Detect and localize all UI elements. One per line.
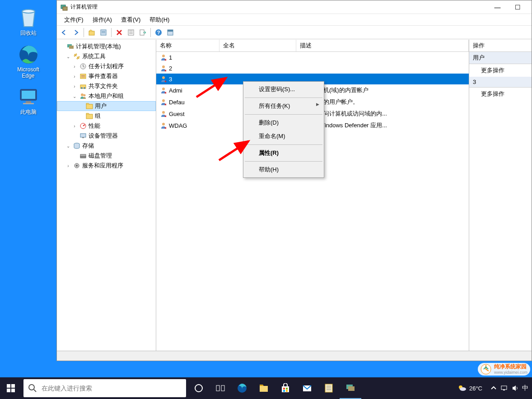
maximize-button[interactable]: ☐ bbox=[508, 1, 528, 14]
tree-task-scheduler[interactable]: ›任务计划程序 bbox=[57, 61, 156, 71]
delete-button[interactable] bbox=[114, 27, 125, 38]
tray-volume-icon[interactable] bbox=[511, 384, 519, 392]
ctx-set-password[interactable]: 设置密码(S)... bbox=[244, 83, 323, 96]
svg-rect-8 bbox=[89, 31, 94, 35]
expand-icon[interactable]: › bbox=[71, 74, 78, 79]
col-fullname[interactable]: 全名 bbox=[219, 40, 296, 51]
svg-point-73 bbox=[460, 387, 466, 391]
tree-panel[interactable]: 计算机管理(本地) ⌄系统工具 ›任务计划程序 ›事件查看器 ›共享文件夹 ⌄本… bbox=[57, 40, 156, 351]
view-button[interactable] bbox=[165, 27, 176, 38]
tree-disk-management[interactable]: 磁盘管理 bbox=[57, 151, 156, 161]
ctx-rename[interactable]: 重命名(M) bbox=[244, 130, 323, 143]
export-button[interactable] bbox=[137, 27, 148, 38]
up-button[interactable] bbox=[86, 27, 97, 38]
collapse-icon[interactable]: ⌄ bbox=[65, 144, 71, 148]
svg-rect-75 bbox=[503, 390, 505, 390]
col-name[interactable]: 名称 bbox=[156, 40, 219, 51]
user-icon bbox=[160, 65, 167, 72]
cell-fullname bbox=[219, 78, 296, 80]
svg-rect-71 bbox=[348, 386, 355, 391]
recycle-bin-icon[interactable]: 回收站 bbox=[11, 7, 45, 37]
ctx-delete[interactable]: 删除(D) bbox=[244, 116, 323, 130]
cortana-button[interactable] bbox=[188, 377, 210, 399]
start-button[interactable] bbox=[0, 377, 22, 399]
svg-point-48 bbox=[162, 123, 165, 125]
performance-icon bbox=[79, 122, 87, 130]
tree-device-manager[interactable]: 设备管理器 bbox=[57, 131, 156, 141]
tree-root[interactable]: 计算机管理(本地) bbox=[57, 42, 156, 51]
svg-point-55 bbox=[195, 385, 202, 392]
tray-network-icon[interactable] bbox=[500, 384, 509, 392]
svg-point-42 bbox=[162, 55, 165, 57]
action-more-users[interactable]: 更多操作 bbox=[469, 64, 532, 77]
menu-view[interactable]: 查看(V) bbox=[117, 14, 145, 25]
this-pc-icon[interactable]: 此电脑 bbox=[11, 86, 45, 116]
weather-widget[interactable]: 26°C bbox=[457, 384, 482, 393]
taskbar-compmgmt[interactable] bbox=[340, 377, 361, 399]
menu-file[interactable]: 文件(F) bbox=[60, 14, 88, 25]
tree-performance[interactable]: ›性能 bbox=[57, 121, 156, 131]
list-row[interactable]: 2 bbox=[156, 63, 469, 74]
back-button[interactable] bbox=[59, 27, 70, 38]
weather-temp: 26°C bbox=[469, 385, 482, 392]
edge-icon[interactable]: Microsoft Edge bbox=[11, 44, 45, 79]
context-menu: 设置密码(S)... 所有任务(K) 删除(D) 重命名(M) 属性(R) 帮助… bbox=[243, 81, 324, 178]
collapse-icon[interactable]: ⌄ bbox=[65, 54, 71, 59]
ctx-help[interactable]: 帮助(H) bbox=[244, 163, 323, 176]
props-button[interactable] bbox=[98, 27, 109, 38]
taskbar-store[interactable] bbox=[275, 377, 296, 399]
svg-rect-68 bbox=[327, 388, 331, 388]
properties-button[interactable] bbox=[126, 27, 136, 38]
svg-rect-60 bbox=[282, 386, 289, 392]
taskbar-mail[interactable] bbox=[296, 377, 318, 399]
expand-icon[interactable]: › bbox=[65, 163, 71, 168]
users-group-icon bbox=[79, 93, 87, 100]
menu-help[interactable]: 帮助(H) bbox=[145, 14, 174, 25]
svg-point-31 bbox=[84, 94, 86, 97]
task-view-button[interactable] bbox=[210, 377, 231, 399]
menu-action[interactable]: 操作(A) bbox=[88, 14, 117, 25]
cell-fullname bbox=[219, 56, 296, 58]
toolbar-sep bbox=[150, 28, 151, 37]
tree-event-viewer[interactable]: ›事件查看器 bbox=[57, 71, 156, 81]
cell-description bbox=[296, 78, 469, 80]
list-header: 名称 全名 描述 bbox=[156, 40, 469, 52]
ctx-all-tasks[interactable]: 所有任务(K) bbox=[244, 99, 323, 113]
svg-point-28 bbox=[81, 87, 83, 89]
svg-rect-10 bbox=[102, 31, 105, 32]
cell-name: Admi bbox=[169, 87, 182, 94]
search-box[interactable] bbox=[23, 379, 186, 397]
ctx-properties[interactable]: 属性(R) bbox=[244, 146, 323, 160]
help-button[interactable]: ? bbox=[153, 27, 164, 38]
ime-indicator[interactable]: 中 bbox=[522, 384, 528, 392]
minimize-button[interactable]: — bbox=[487, 1, 508, 14]
svg-rect-69 bbox=[327, 390, 331, 390]
list-row[interactable]: 1 bbox=[156, 52, 469, 63]
tree-users[interactable]: 用户 bbox=[57, 101, 156, 111]
tree-shared-folders[interactable]: ›共享文件夹 bbox=[57, 81, 156, 91]
forward-button[interactable] bbox=[70, 27, 81, 38]
tree-storage[interactable]: ⌄存储 bbox=[57, 141, 156, 151]
taskbar-explorer[interactable] bbox=[253, 377, 275, 399]
shared-folder-icon bbox=[79, 83, 87, 90]
action-more-item3[interactable]: 更多操作 bbox=[469, 88, 532, 100]
collapse-icon[interactable]: ⌄ bbox=[71, 94, 78, 99]
svg-rect-4 bbox=[26, 101, 31, 103]
gear-icon bbox=[73, 162, 80, 169]
cell-name: Defau bbox=[169, 99, 185, 106]
expand-icon[interactable]: › bbox=[71, 64, 78, 69]
expand-icon[interactable]: › bbox=[71, 124, 78, 129]
expand-icon[interactable]: › bbox=[71, 84, 78, 89]
col-description[interactable]: 描述 bbox=[296, 40, 469, 51]
tray-chevron-up-icon[interactable] bbox=[490, 384, 498, 392]
taskbar-notepad[interactable] bbox=[318, 377, 340, 399]
tree-system-tools[interactable]: ⌄系统工具 bbox=[57, 51, 156, 61]
tree-groups[interactable]: 组 bbox=[57, 111, 156, 121]
tree-local-users[interactable]: ⌄本地用户和组 bbox=[57, 91, 156, 101]
svg-rect-26 bbox=[81, 77, 85, 77]
svg-rect-11 bbox=[102, 32, 105, 33]
taskbar-edge[interactable] bbox=[231, 377, 253, 399]
cell-description bbox=[296, 67, 469, 69]
search-input[interactable] bbox=[42, 385, 186, 392]
tree-services-apps[interactable]: ›服务和应用程序 bbox=[57, 161, 156, 171]
